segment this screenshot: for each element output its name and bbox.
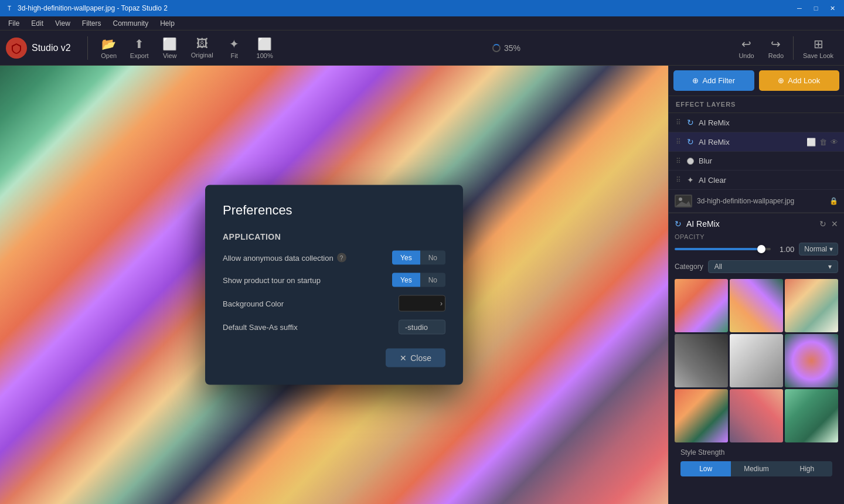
lock-icon: 🔒 [829, 197, 838, 205]
layer-clear-name: AI Clear [699, 176, 838, 185]
menubar: File Edit View Filters Community Help [0, 16, 844, 30]
thumb-item-6[interactable] [785, 334, 838, 387]
zoom-value: 35% [504, 43, 520, 53]
add-look-label: Add Look [788, 76, 820, 85]
category-select[interactable]: All ▾ [708, 260, 838, 273]
menu-edit[interactable]: Edit [25, 18, 49, 29]
pref-help-anon[interactable]: ? [337, 253, 346, 263]
toolbar-separator [87, 36, 88, 60]
thumb-item-2[interactable] [730, 279, 783, 332]
thumb-item-4[interactable] [675, 334, 728, 387]
color-picker-arrow: › [440, 299, 443, 308]
image-layer: 3d-high-definition-wallpaper.jpg 🔒 [669, 190, 844, 213]
undo-icon: ↩ [741, 37, 751, 51]
thumb-item-1[interactable] [675, 279, 728, 332]
preferences-section-title: Application [223, 232, 445, 241]
thumb-item-5[interactable] [730, 334, 783, 387]
blend-mode-select[interactable]: Normal ▾ [799, 243, 838, 256]
pref-close-label: Close [410, 353, 431, 363]
remix-refresh-icon[interactable]: ↻ [819, 219, 826, 229]
menu-filters[interactable]: Filters [76, 18, 107, 29]
strength-buttons: Low Medium High [680, 461, 832, 476]
minimize-button[interactable]: ─ [792, 2, 806, 14]
save-look-icon: ⊞ [814, 37, 823, 51]
layer-blur-name: Blur [699, 156, 838, 165]
pref-anon-no[interactable]: No [420, 251, 445, 265]
close-icon: ✕ [400, 353, 407, 363]
pref-close-button[interactable]: ✕ Close [386, 349, 445, 367]
pref-anon-yes[interactable]: Yes [392, 251, 420, 265]
pref-control-suffix [399, 320, 445, 335]
layer-item-remix1[interactable]: ⠿ ↻ AI ReMix [669, 113, 844, 132]
add-filter-button[interactable]: ⊕ Add Filter [673, 70, 754, 91]
strength-low-button[interactable]: Low [680, 461, 731, 476]
view-label: View [163, 52, 177, 59]
layer-copy-icon[interactable]: ⬜ [806, 138, 816, 147]
menu-view[interactable]: View [49, 18, 76, 29]
fit-icon: ✦ [229, 37, 239, 51]
pref-label-suffix: Default Save-As suffix [223, 323, 399, 332]
pref-label-tour: Show product tour on startup [223, 275, 392, 284]
save-look-label: Save Look [803, 52, 833, 59]
export-label: Export [130, 52, 149, 59]
pref-label-bgcolor: Background Color [223, 299, 399, 308]
pref-tour-yes[interactable]: Yes [392, 273, 420, 287]
pref-control-anon: Yes No [392, 251, 445, 265]
menu-community[interactable]: Community [107, 18, 155, 29]
thumb-item-3[interactable] [785, 279, 838, 332]
undo-button[interactable]: ↩ Undo [734, 35, 758, 62]
remix-details-title: AI ReMix [686, 219, 815, 229]
main-area: Preferences Application Allow anonymous … [0, 66, 844, 504]
titlebar: T 3d-high-definition-wallpaper.jpg - Top… [0, 0, 844, 16]
category-row: Category All ▾ [675, 260, 838, 273]
pref-row-bgcolor: Background Color › [223, 295, 445, 312]
toolbar-right: ↩ Undo ↪ Redo ⊞ Save Look [734, 35, 838, 62]
pref-suffix-input[interactable] [399, 320, 445, 335]
layer-remix2-actions: ⬜ 🗑 👁 [806, 138, 838, 147]
app-icon: T [5, 4, 14, 13]
maximize-button[interactable]: □ [809, 2, 823, 14]
pref-label-anon-text: Allow anonymous data collection [223, 253, 333, 262]
pref-label-bgcolor-text: Background Color [223, 299, 284, 308]
thumbnails-grid [675, 279, 838, 442]
layer-remix-name: AI ReMix [699, 118, 838, 127]
style-strength-section: Style Strength Low Medium High [675, 448, 838, 482]
layer-eye-icon[interactable]: 👁 [831, 138, 838, 147]
close-button[interactable]: ✕ [825, 2, 839, 14]
layer-blur-circle [687, 158, 694, 165]
layer-item-blur[interactable]: ⠿ Blur [669, 152, 844, 171]
remix-details-close[interactable]: ✕ [831, 219, 838, 229]
fit-button[interactable]: ✦ Fit [220, 35, 249, 62]
view-button[interactable]: ⬜ View [156, 35, 184, 62]
layer-drag-icon-3: ⠿ [675, 157, 682, 165]
layer-item-clear[interactable]: ⠿ ✦ AI Clear [669, 171, 844, 190]
svg-point-4 [679, 197, 682, 201]
redo-button[interactable]: ↪ Redo [764, 35, 788, 62]
zoom-100-icon: ⬜ [257, 37, 272, 51]
strength-high-button[interactable]: High [782, 461, 832, 476]
original-button[interactable]: 🖼 Original [186, 35, 218, 61]
pref-tour-no[interactable]: No [420, 273, 445, 287]
layer-drag-icon-2: ⠿ [675, 138, 682, 146]
menu-help[interactable]: Help [154, 18, 181, 29]
layer-delete-icon[interactable]: 🗑 [819, 138, 827, 147]
add-filter-icon: ⊕ [692, 76, 699, 85]
thumb-item-9[interactable] [785, 389, 838, 442]
layer-item-remix2[interactable]: ⠿ ↻ AI ReMix ⬜ 🗑 👁 [669, 132, 844, 152]
fit-label: Fit [231, 52, 238, 59]
app-logo: Studio v2 [6, 38, 71, 59]
export-button[interactable]: ⬆ Export [125, 35, 154, 62]
zoom-100-button[interactable]: ⬜ 100% [251, 35, 279, 62]
thumb-item-8[interactable] [730, 389, 783, 442]
save-look-button[interactable]: ⊞ Save Look [798, 35, 838, 62]
add-look-button[interactable]: ⊕ Add Look [759, 70, 840, 91]
menu-file[interactable]: File [2, 18, 25, 29]
pref-color-picker[interactable]: › [399, 295, 445, 312]
opacity-slider-wrap[interactable] [675, 244, 771, 254]
thumb-item-7[interactable] [675, 389, 728, 442]
panel-top-buttons: ⊕ Add Filter ⊕ Add Look [669, 66, 844, 96]
open-button[interactable]: 📂 Open [95, 35, 123, 62]
toolbar: Studio v2 📂 Open ⬆ Export ⬜ View 🖼 Origi… [0, 30, 844, 66]
strength-medium-button[interactable]: Medium [731, 461, 781, 476]
opacity-row: 1.00 Normal ▾ [675, 243, 838, 256]
